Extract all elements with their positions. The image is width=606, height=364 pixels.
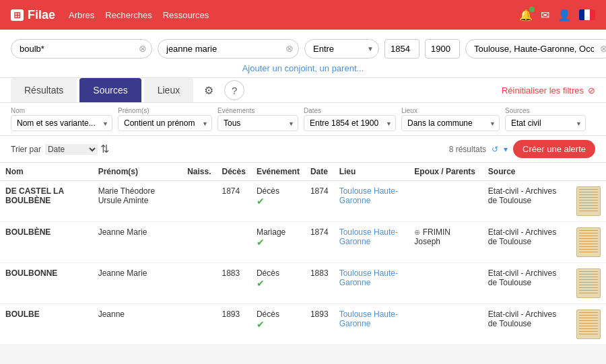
table-row: BOULBÈNE Jeanne Marie Mariage✔ 1874 Toul… (0, 222, 606, 263)
results-table: Nom Prénom(s) Naiss. Décès Evénement Dat… (0, 163, 606, 345)
name-search-input[interactable] (11, 39, 152, 59)
row4-lieu: Toulouse Haute-Garonne (334, 304, 409, 345)
search-row: ⊗ ⊗ Entre Avant Après Exactement ▼ ⊗ 🔍 (11, 36, 595, 61)
sources-filter: Sources Etat civil Recensement Notaires … (505, 107, 586, 131)
results-count-text: 8 résultats (449, 145, 486, 154)
name-clear-button[interactable]: ⊗ (139, 43, 147, 54)
row4-prenom: Jeanne (93, 304, 182, 345)
spouse-icon: ⊕ (414, 228, 420, 236)
row4-nom: BOULBE (0, 304, 93, 345)
nom-filter-select[interactable]: Nom et ses variante... Nom exact (11, 115, 112, 131)
lieux-filter-label: Lieux (401, 107, 500, 114)
col-source: Source (483, 163, 571, 181)
col-date: Date (305, 163, 334, 181)
reset-filters-button[interactable]: Réinitialiser les filtres ⊘ (502, 85, 595, 96)
row1-doc[interactable] (571, 181, 606, 222)
firstname-search-input[interactable] (158, 39, 299, 59)
row3-deces: 1883 (217, 263, 251, 304)
sources-filter-label: Sources (505, 107, 586, 114)
refresh-icon[interactable]: ↺ (492, 145, 498, 154)
row1-lieu-link[interactable]: Toulouse Haute-Garonne (339, 186, 398, 205)
row1-naissance (182, 181, 216, 222)
row3-naissance (182, 263, 216, 304)
row1-prenom: Marie Théodore Ursule Aminte (93, 181, 182, 222)
language-flag[interactable] (579, 9, 595, 20)
col-evenement: Evénement (251, 163, 305, 181)
mail-icon[interactable]: ✉ (541, 9, 549, 22)
firstname-search-wrapper: ⊗ (158, 39, 299, 59)
nav-links: Arbres Recherches Ressources (69, 10, 209, 20)
bell-icon[interactable]: 🔔 (519, 9, 533, 22)
help-icon[interactable]: ? (224, 80, 244, 100)
history-icon[interactable]: ▾ (504, 145, 508, 154)
row4-lieu-link[interactable]: Toulouse Haute-Garonne (339, 310, 398, 328)
sources-filter-select[interactable]: Etat civil Recensement Notaires (505, 115, 586, 131)
row2-deces (217, 222, 251, 263)
nav-arbres[interactable]: Arbres (69, 10, 94, 20)
tab-lieux[interactable]: Lieux (144, 78, 193, 102)
nav-recherches[interactable]: Recherches (105, 10, 152, 20)
create-alert-button[interactable]: Créer une alerte (513, 140, 595, 158)
location-search-input[interactable] (465, 39, 606, 59)
lieux-filter-select[interactable]: Dans la commune Dans le département (401, 115, 500, 131)
row1-date: 1874 (305, 181, 334, 222)
row3-epoux (409, 263, 482, 304)
row2-lieu-link[interactable]: Toulouse Haute-Garonne (339, 227, 398, 246)
events-filter-label: Evénements (217, 107, 298, 114)
row3-lieu: Toulouse Haute-Garonne (334, 263, 409, 304)
row1-lieu: Toulouse Haute-Garonne (334, 181, 409, 222)
sort-row: Trier par Date Nom Pertinence ⇅ 8 résult… (0, 136, 606, 163)
row2-date: 1874 (305, 222, 334, 263)
table-header-row: Nom Prénom(s) Naiss. Décès Evénement Dat… (0, 163, 606, 181)
year-from-input[interactable] (384, 39, 419, 59)
col-naissance: Naiss. (182, 163, 216, 181)
event-check-icon: ✔ (257, 237, 265, 248)
row2-prenom: Jeanne Marie (93, 222, 182, 263)
lieux-filter: Lieux Dans la commune Dans le départemen… (401, 107, 500, 131)
results-table-container: Nom Prénom(s) Naiss. Décès Evénement Dat… (0, 163, 606, 345)
row3-prenom: Jeanne Marie (93, 263, 182, 304)
sort-select[interactable]: Date Nom Pertinence (45, 144, 98, 155)
col-nom: Nom (0, 163, 93, 181)
row3-nom: BOULBONNE (0, 263, 93, 304)
notification-dot (529, 7, 535, 12)
location-clear-button[interactable]: ⊗ (600, 43, 606, 54)
user-icon[interactable]: 👤 (558, 9, 571, 22)
row3-lieu-link[interactable]: Toulouse Haute-Garonne (339, 268, 398, 287)
col-prenom: Prénom(s) (93, 163, 182, 181)
header: ⊞ Filae Arbres Recherches Ressources 🔔 ✉… (0, 0, 606, 30)
events-filter-select[interactable]: Tous Naissance Mariage Décès (217, 115, 298, 131)
prenom-filter-select[interactable]: Contient un prénom Prénom exact (118, 115, 212, 131)
row2-epoux: ⊕ FRIMIN Joseph (409, 222, 482, 263)
row2-naissance (182, 222, 216, 263)
filters-row: Nom Nom et ses variante... Nom exact ▼ P… (0, 103, 606, 136)
row4-naissance (182, 304, 216, 345)
event-check-icon: ✔ (257, 319, 265, 330)
filter-sliders-icon[interactable]: ⚙ (196, 79, 222, 102)
row3-doc[interactable] (571, 263, 606, 304)
between-select[interactable]: Entre Avant Après Exactement (304, 39, 379, 59)
dates-filter-select[interactable]: Entre 1854 et 1900 (304, 115, 396, 131)
row4-doc[interactable] (571, 304, 606, 345)
row2-doc[interactable] (571, 222, 606, 263)
tab-sources[interactable]: Sources (79, 78, 141, 102)
row1-nom: DE CASTEL LA BOULBÈNE (0, 181, 93, 222)
sort-direction-icon[interactable]: ⇅ (100, 143, 109, 155)
row2-lieu: Toulouse Haute-Garonne (334, 222, 409, 263)
events-filter: Evénements Tous Naissance Mariage Décès … (217, 107, 298, 131)
logo[interactable]: ⊞ Filae (11, 8, 55, 22)
year-to-input[interactable] (425, 39, 460, 59)
add-relative-link[interactable]: Ajouter un conjoint, un parent... (11, 61, 595, 75)
location-search-wrapper: ⊗ (465, 39, 606, 59)
row1-epoux (409, 181, 482, 222)
nom-filter: Nom Nom et ses variante... Nom exact ▼ (11, 107, 112, 131)
table-row: DE CASTEL LA BOULBÈNE Marie Théodore Urs… (0, 181, 606, 222)
nav-ressources[interactable]: Ressources (163, 10, 209, 20)
search-bar: ⊗ ⊗ Entre Avant Après Exactement ▼ ⊗ 🔍 (0, 30, 606, 78)
table-row: BOULBONNE Jeanne Marie 1883 Décès✔ 1883 … (0, 263, 606, 304)
row4-date: 1893 (305, 304, 334, 345)
firstname-clear-button[interactable]: ⊗ (285, 43, 294, 54)
reset-filters-label: Réinitialiser les filtres (502, 85, 584, 96)
table-row: BOULBE Jeanne 1893 Décès✔ 1893 Toulouse … (0, 304, 606, 345)
tab-resultats[interactable]: Résultats (11, 78, 77, 102)
